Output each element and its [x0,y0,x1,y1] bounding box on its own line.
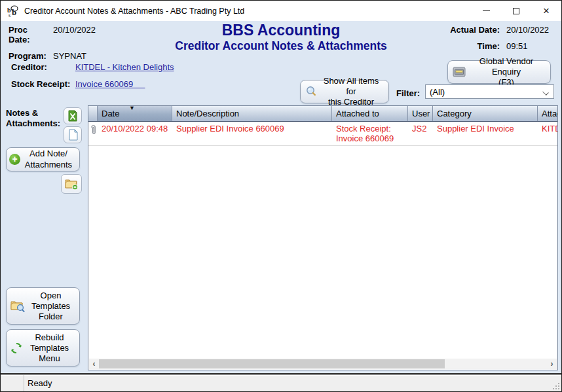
stock-receipt-label: Stock Receipt: [11,79,74,89]
creditor-label: Creditor: [11,62,74,72]
export-excel-button[interactable] [64,107,82,124]
status-bar-segment [1,375,24,391]
magnifier-icon [305,85,318,98]
svg-text:s: s [9,12,10,18]
status-bar: Ready [1,374,561,391]
header-right: Actual Date: 20/10/2022 Time: 09:51 [450,25,552,51]
cell-user: JS2 [408,122,433,145]
global-vendor-enquiry-label: Global Vendor Enquiry (F3) [466,56,546,88]
notes-attachments-label: Notes & Attachments: [6,108,60,129]
scrollbar-thumb[interactable] [99,359,445,368]
filter-label: Filter: [396,88,420,98]
rebuild-templates-menu-label: Rebuild Templates Menu [23,332,76,364]
column-header-note-description[interactable]: Note/Description [172,106,332,121]
cell-date: 20/10/2022 09:48 [98,122,172,145]
recycle-icon [10,342,23,355]
sort-descending-icon: ▼ [129,106,135,111]
scrollbar-track[interactable] [99,359,547,369]
window-controls: × [471,1,561,21]
table-row[interactable]: 20/10/2022 09:48 Supplier EDI Invoice 66… [88,122,558,146]
cell-note-description: Supplier EDI Invoice 660069 [172,122,332,145]
add-note-attachments-label: Add Note/ Attachments [20,149,77,170]
plus-icon: + [9,154,20,165]
title-bar: b s b Creditor Account Notes & Attachmen… [1,1,561,21]
svg-text:b: b [12,7,16,17]
open-templates-folder-button[interactable]: Open Templates Folder [6,287,80,325]
folder-plus-icon [64,177,79,190]
resize-grip-icon[interactable] [552,382,560,390]
window-title: Creditor Account Notes & Attachments - A… [24,7,244,16]
global-vendor-enquiry-button[interactable]: Global Vendor Enquiry (F3) [447,60,551,84]
horizontal-scrollbar[interactable]: ‹ › [89,359,557,369]
time-value: 09:51 [506,41,552,51]
creditor-link[interactable]: KITDEL - Kitchen Delights [75,62,174,72]
status-text: Ready [24,378,52,388]
attachment-indicator-column-header[interactable] [88,106,98,121]
bbs-app-icon: b s b [7,5,20,18]
document-icon [68,129,78,141]
excel-file-icon [67,110,78,122]
column-header-category[interactable]: Category [433,106,538,121]
cell-attached-to: Stock Receipt: Invoice 660069 [332,122,408,145]
app-window: b s b Creditor Account Notes & Attachmen… [0,0,562,392]
maximize-icon [513,8,519,14]
scroll-right-icon[interactable]: › [547,359,557,369]
paperclip-icon [88,122,98,145]
column-header-date[interactable]: ▼ Date [98,106,172,121]
add-note-attachments-button[interactable]: + Add Note/ Attachments [6,147,80,171]
maximize-button[interactable] [501,1,531,21]
close-icon: × [543,5,550,16]
column-header-attached-to[interactable]: Attached to [332,106,408,121]
show-all-items-button[interactable]: Show All items for this Creditor [300,80,389,103]
notes-attachments-table: ▼ Date Note/Description Attached to User… [88,105,558,370]
minimize-button[interactable] [471,1,501,21]
filter-selected-value: (All) [430,87,445,97]
open-templates-folder-label: Open Templates Folder [26,291,76,322]
actual-date-value: 20/10/2022 [506,25,552,35]
cell-attachment: KITDEL [538,122,558,145]
stock-receipt-link[interactable]: Invoice 660069 [75,79,174,89]
table-header-row: ▼ Date Note/Description Attached to User… [88,106,558,122]
close-button[interactable]: × [531,1,561,21]
show-all-items-label: Show All items for this Creditor [318,76,384,108]
rebuild-templates-menu-button[interactable]: Rebuild Templates Menu [6,329,80,366]
new-document-button[interactable] [64,126,82,143]
creditor-section: Creditor: KITDEL - Kitchen Delights Stoc… [11,62,174,89]
folder-search-icon [10,299,26,313]
cell-category: Supplier EDI Invoice [433,122,538,145]
time-label: Time: [450,41,500,51]
actual-date-label: Actual Date: [450,25,500,35]
column-header-attachments[interactable]: Attachments [538,106,558,121]
add-folder-button[interactable] [61,174,82,194]
filter-dropdown[interactable]: (All) [425,84,554,99]
chevron-down-icon [543,89,549,95]
column-header-user[interactable]: User [408,106,433,121]
minimize-icon [483,10,490,11]
card-file-icon [452,66,466,78]
scroll-left-icon[interactable]: ‹ [89,359,99,369]
